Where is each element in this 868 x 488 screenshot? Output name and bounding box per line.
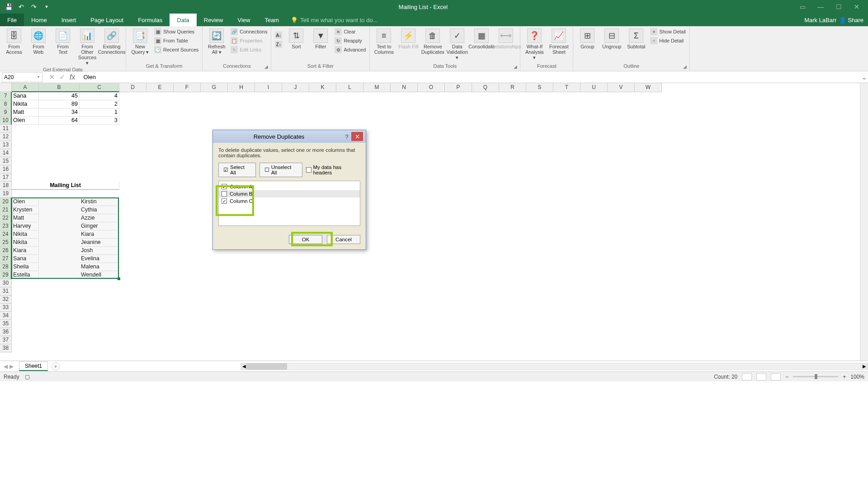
columns-list[interactable]: ✓Column AColumn B✓Column C [218, 181, 360, 226]
cell[interactable]: Malena [80, 263, 119, 271]
cell[interactable]: Wendell [80, 271, 119, 279]
cell[interactable]: Cythia [80, 206, 119, 214]
column-header-I[interactable]: I [255, 83, 282, 92]
tell-me-search[interactable]: 💡 Tell me what you want to do... [286, 14, 377, 26]
forecast-sheet-button[interactable]: 📈Forecast Sheet [547, 28, 570, 56]
column-header-E[interactable]: E [146, 83, 174, 92]
cell[interactable]: Sana [12, 255, 39, 263]
cell[interactable]: Olen [12, 198, 39, 206]
row-header[interactable]: 21 [0, 206, 12, 214]
properties-button[interactable]: 📋Properties [230, 37, 268, 45]
row-header[interactable]: 22 [0, 214, 12, 222]
new-query-button[interactable]: 📑New Query ▾ [129, 28, 151, 56]
row-header[interactable]: 38 [0, 344, 12, 352]
row-header[interactable]: 7 [0, 92, 12, 100]
row-header[interactable]: 33 [0, 304, 12, 312]
row-header[interactable]: 36 [0, 328, 12, 336]
tab-team[interactable]: Team [257, 14, 286, 26]
select-all-button[interactable]: ☑Select All [218, 163, 256, 177]
select-all-corner[interactable] [0, 83, 12, 92]
column-header-C[interactable]: C [80, 83, 119, 92]
ok-button[interactable]: OK [289, 235, 322, 244]
close-icon[interactable]: ✕ [850, 2, 863, 11]
from-web-button[interactable]: 🌐From Web [27, 28, 50, 56]
column-header-T[interactable]: T [553, 83, 580, 92]
row-header[interactable]: 11 [0, 125, 12, 133]
relationships-button[interactable]: ⟷Relationships [495, 28, 517, 50]
view-page-layout-button[interactable] [756, 373, 766, 380]
column-header-J[interactable]: J [282, 83, 309, 92]
checkbox-icon[interactable]: ✓ [222, 198, 227, 204]
column-checkbox-item[interactable]: ✓Column C [219, 197, 360, 205]
subtotal-button[interactable]: ΣSubtotal [625, 28, 647, 50]
row-header[interactable]: 19 [0, 190, 12, 198]
column-header-G[interactable]: G [201, 83, 228, 92]
tab-page-layout[interactable]: Page Layout [83, 14, 131, 26]
row-header[interactable]: 29 [0, 271, 12, 279]
cell[interactable]: Matt [12, 108, 39, 117]
column-checkbox-item[interactable]: ✓Column A [219, 183, 360, 190]
share-button[interactable]: 👤 Share [839, 17, 863, 23]
row-header[interactable]: 24 [0, 230, 12, 239]
minimize-icon[interactable]: — [814, 2, 827, 11]
cell[interactable]: 2 [80, 100, 119, 108]
column-header-L[interactable]: L [336, 83, 363, 92]
qat-customize-icon[interactable]: ▼ [42, 3, 51, 11]
cell[interactable]: Estella [12, 271, 39, 279]
cell[interactable]: Harvey [12, 222, 39, 230]
sort-desc-button[interactable]: Z↓ [274, 40, 283, 48]
cell[interactable]: 1 [80, 108, 119, 117]
cancel-icon[interactable]: ✕ [49, 73, 55, 81]
vertical-scrollbar[interactable] [860, 83, 868, 361]
fx-icon[interactable]: fx [70, 73, 75, 81]
cell[interactable]: Sheila [12, 263, 39, 271]
remove-duplicates-button[interactable]: 🗑Remove Duplicates [421, 28, 444, 56]
tab-insert[interactable]: Insert [54, 14, 84, 26]
cell[interactable]: Josh [80, 247, 119, 255]
row-header[interactable]: 34 [0, 312, 12, 320]
connections-button[interactable]: 🔗Connections [230, 28, 268, 36]
row-header[interactable]: 23 [0, 222, 12, 230]
row-header[interactable]: 26 [0, 247, 12, 255]
row-header[interactable]: 12 [0, 133, 12, 141]
column-header-V[interactable]: V [608, 83, 635, 92]
row-header[interactable]: 15 [0, 157, 12, 165]
cell[interactable]: Nikita [12, 239, 39, 247]
spreadsheet-grid[interactable]: ABCDEFGHIJKLMNOPQRSTUVW 7891011121314151… [0, 83, 868, 361]
tab-formulas[interactable]: Formulas [131, 14, 170, 26]
macro-record-icon[interactable]: ▢ [25, 374, 30, 380]
launcher-icon[interactable]: ◢ [683, 64, 687, 69]
horizontal-scrollbar[interactable]: ◀ ▶ [241, 363, 868, 370]
filter-button[interactable]: ▼Filter [309, 28, 332, 50]
launcher-icon[interactable]: ◢ [264, 64, 268, 69]
cell[interactable]: Ginger [80, 222, 119, 230]
scroll-right-icon[interactable]: ▶ [861, 363, 868, 370]
redo-icon[interactable]: ↷ [30, 3, 38, 11]
row-header[interactable]: 8 [0, 100, 12, 108]
cell[interactable]: Olen [12, 117, 39, 125]
reapply-button[interactable]: ↻Reapply [334, 37, 367, 45]
expand-formula-bar-icon[interactable]: ⌄ [860, 73, 868, 81]
tab-file[interactable]: File [0, 14, 24, 26]
cell[interactable]: Kiara [80, 230, 119, 239]
maximize-icon[interactable]: ☐ [832, 2, 845, 11]
clear-button[interactable]: ✕Clear [334, 28, 367, 36]
existing-connections-button[interactable]: 🔗Existing Connections [100, 28, 123, 56]
zoom-in-button[interactable]: + [843, 374, 846, 380]
row-header[interactable]: 9 [0, 108, 12, 117]
row-header[interactable]: 17 [0, 174, 12, 182]
namebox[interactable]: A20 ▼ [2, 72, 42, 82]
add-sheet-button[interactable]: + [52, 362, 60, 371]
row-header[interactable]: 31 [0, 287, 12, 296]
row-header[interactable]: 25 [0, 239, 12, 247]
row-header[interactable]: 16 [0, 165, 12, 174]
cell[interactable]: Kirstin [80, 198, 119, 206]
cell[interactable]: 45 [39, 92, 80, 100]
zoom-level[interactable]: 100% [850, 374, 864, 380]
sort-asc-button[interactable]: A↓ [274, 31, 283, 39]
cell[interactable]: Matt [12, 214, 39, 222]
user-name[interactable]: Mark LaBarr [804, 17, 837, 23]
sort-button[interactable]: ⇅Sort [285, 28, 307, 50]
checkbox-icon[interactable] [222, 191, 227, 197]
row-header[interactable]: 10 [0, 117, 12, 125]
